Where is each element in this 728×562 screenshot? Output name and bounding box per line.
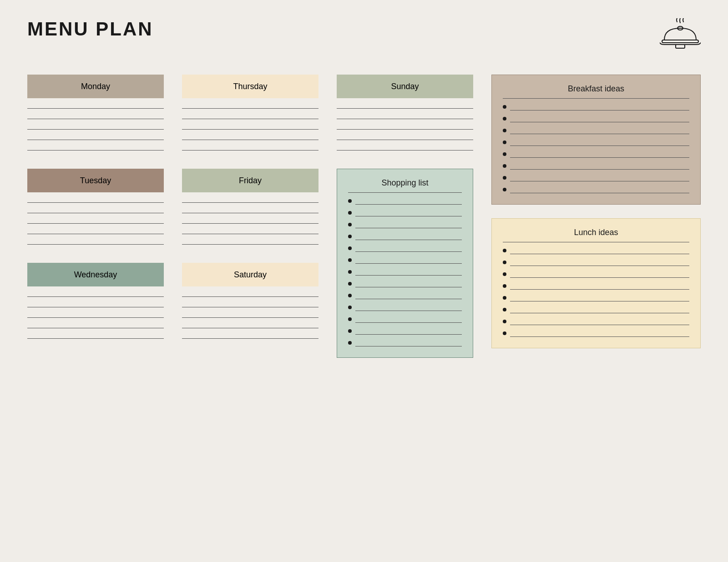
tuesday-lines [27, 201, 164, 245]
line [27, 317, 164, 318]
bullet-dot [348, 270, 352, 274]
bullet-line [355, 287, 462, 287]
friday-lines [182, 201, 318, 245]
bullet-dot [348, 341, 352, 345]
bullet-dot [348, 306, 352, 309]
bullet-dot [503, 164, 506, 168]
lunch-ideas-box: Lunch ideas [491, 218, 701, 348]
list-item [503, 331, 689, 337]
list-item [348, 294, 462, 299]
bullet-dot [503, 117, 506, 120]
line [27, 328, 164, 328]
bullet-dot [348, 199, 352, 203]
line [182, 129, 318, 130]
wednesday-label: Wednesday [27, 263, 164, 286]
line [182, 244, 318, 245]
list-item [503, 320, 689, 325]
bullet-line [355, 216, 462, 216]
bullet-dot [503, 188, 506, 191]
breakfast-title-divider [503, 98, 689, 99]
bullet-dot [503, 129, 506, 132]
line [337, 140, 473, 140]
bullet-line [355, 228, 462, 228]
list-item [348, 211, 462, 216]
list-item [348, 306, 462, 311]
col-thu-fri-sat: Thursday Friday Saturday [182, 75, 318, 357]
bullet-line [510, 157, 689, 158]
line [182, 119, 318, 119]
bullet-line [355, 240, 462, 240]
lunch-title-divider [503, 242, 689, 242]
bullet-line [510, 146, 689, 146]
list-item [503, 284, 689, 290]
bullet-line [510, 122, 689, 122]
sunday-label: Sunday [337, 75, 473, 98]
line [182, 328, 318, 328]
line [182, 140, 318, 140]
list-item [503, 117, 689, 122]
bullet-dot [348, 223, 352, 226]
bullet-dot [503, 140, 506, 144]
wednesday-section: Wednesday [27, 263, 164, 339]
list-item [348, 223, 462, 228]
line [182, 223, 318, 224]
bullet-line [510, 325, 689, 325]
line [182, 296, 318, 297]
bullet-line [355, 346, 462, 346]
list-item [503, 308, 689, 313]
list-item [503, 296, 689, 301]
bullet-line [510, 336, 689, 337]
line [182, 213, 318, 213]
bullet-line [510, 254, 689, 254]
bullet-line [355, 322, 462, 323]
monday-section: Monday [27, 75, 164, 151]
line [182, 202, 318, 203]
list-item [503, 176, 689, 181]
bullet-dot [348, 235, 352, 238]
line [27, 202, 164, 203]
bullet-dot [503, 296, 506, 300]
bullet-line [510, 134, 689, 134]
bullet-dot [503, 284, 506, 288]
col-mon-tue-wed: Monday Tuesday Wednesday [27, 75, 164, 357]
sunday-section: Sunday [337, 75, 473, 151]
bullet-dot [348, 211, 352, 215]
wednesday-lines [27, 295, 164, 339]
bullet-line [355, 334, 462, 335]
thursday-label: Thursday [182, 75, 318, 98]
food-icon [660, 18, 701, 56]
list-item [503, 249, 689, 254]
bullet-dot [348, 294, 352, 297]
lunch-ideas-title: Lunch ideas [503, 228, 689, 237]
bullet-line [355, 275, 462, 276]
line [182, 234, 318, 234]
friday-label: Friday [182, 169, 318, 192]
bullet-dot [503, 152, 506, 156]
bullet-line [510, 181, 689, 181]
bullet-line [510, 169, 689, 170]
bullet-line [355, 204, 462, 205]
bullet-line [510, 289, 689, 290]
line [27, 223, 164, 224]
page-title: MENU PLAN [27, 18, 153, 40]
list-item [348, 235, 462, 240]
line [337, 129, 473, 130]
tuesday-section: Tuesday [27, 169, 164, 245]
bullet-line [355, 299, 462, 299]
breakfast-ideas-box: Breakfast ideas [491, 75, 701, 205]
list-item [348, 317, 462, 323]
list-item [348, 329, 462, 335]
line [27, 213, 164, 213]
list-item [348, 258, 462, 264]
line [27, 338, 164, 339]
line [337, 108, 473, 109]
list-item [503, 105, 689, 110]
lunch-ideas-list [503, 249, 689, 337]
shopping-list-title: Shopping list [348, 178, 462, 188]
list-item [348, 282, 462, 287]
saturday-label: Saturday [182, 263, 318, 286]
sunday-lines [337, 106, 473, 151]
col-sun-shopping: Sunday Shopping list [337, 75, 473, 358]
bullet-line [355, 311, 462, 311]
bullet-dot [348, 317, 352, 321]
